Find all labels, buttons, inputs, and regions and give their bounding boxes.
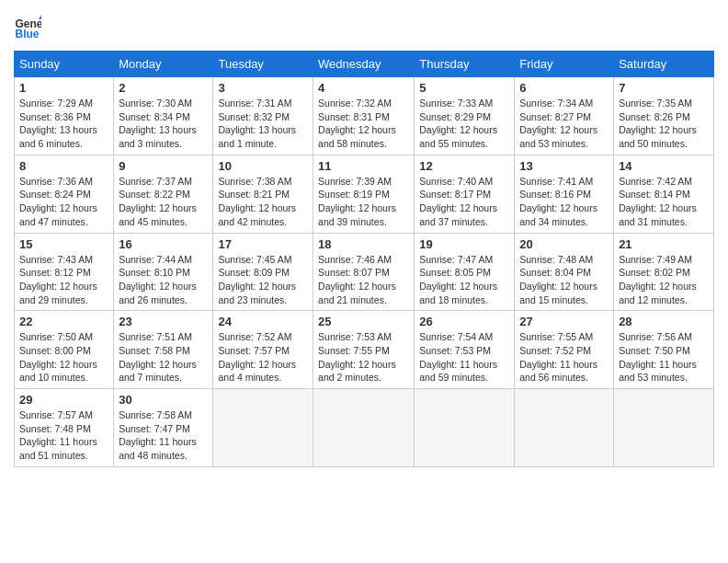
day-cell-11: 11Sunrise: 7:39 AMSunset: 8:19 PMDayligh… xyxy=(313,155,415,233)
calendar-header-row: Sunday Monday Tuesday Wednesday Thursday… xyxy=(15,52,714,77)
day-number: 14 xyxy=(619,159,709,173)
day-info: Sunrise: 7:37 AMSunset: 8:22 PMDaylight:… xyxy=(119,175,208,229)
day-number: 7 xyxy=(619,81,709,95)
day-cell-5: 5Sunrise: 7:33 AMSunset: 8:29 PMDaylight… xyxy=(415,77,515,155)
day-info: Sunrise: 7:41 AMSunset: 8:16 PMDaylight:… xyxy=(519,175,609,229)
day-info: Sunrise: 7:43 AMSunset: 8:12 PMDaylight:… xyxy=(19,253,108,307)
day-number: 1 xyxy=(19,81,108,95)
day-info: Sunrise: 7:36 AMSunset: 8:24 PMDaylight:… xyxy=(19,175,108,229)
col-friday: Friday xyxy=(515,52,614,77)
day-cell-14: 14Sunrise: 7:42 AMSunset: 8:14 PMDayligh… xyxy=(614,155,714,233)
day-info: Sunrise: 7:45 AMSunset: 8:09 PMDaylight:… xyxy=(218,253,308,307)
col-thursday: Thursday xyxy=(415,52,515,77)
day-cell-7: 7Sunrise: 7:35 AMSunset: 8:26 PMDaylight… xyxy=(614,77,714,155)
day-info: Sunrise: 7:56 AMSunset: 7:50 PMDaylight:… xyxy=(619,330,709,385)
calendar-week-4: 22Sunrise: 7:50 AMSunset: 8:00 PMDayligh… xyxy=(15,311,714,389)
day-number: 25 xyxy=(318,315,409,328)
calendar-week-3: 15Sunrise: 7:43 AMSunset: 8:12 PMDayligh… xyxy=(15,233,714,311)
day-info: Sunrise: 7:30 AMSunset: 8:34 PMDaylight:… xyxy=(119,97,208,151)
day-cell-30: 30Sunrise: 7:58 AMSunset: 7:47 PMDayligh… xyxy=(114,389,213,467)
day-info: Sunrise: 7:31 AMSunset: 8:32 PMDaylight:… xyxy=(218,97,308,151)
day-cell-1: 1Sunrise: 7:29 AMSunset: 8:36 PMDaylight… xyxy=(15,77,114,155)
calendar: Sunday Monday Tuesday Wednesday Thursday… xyxy=(14,51,714,467)
day-number: 11 xyxy=(318,159,409,173)
day-info: Sunrise: 7:40 AMSunset: 8:17 PMDaylight:… xyxy=(419,175,509,229)
day-info: Sunrise: 7:57 AMSunset: 7:48 PMDaylight:… xyxy=(19,408,108,463)
day-number: 18 xyxy=(318,237,409,251)
empty-cell xyxy=(415,389,515,467)
day-number: 13 xyxy=(519,159,609,173)
logo-icon: General Blue xyxy=(14,14,41,41)
day-info: Sunrise: 7:47 AMSunset: 8:05 PMDaylight:… xyxy=(419,253,509,307)
day-number: 24 xyxy=(218,315,308,328)
day-cell-17: 17Sunrise: 7:45 AMSunset: 8:09 PMDayligh… xyxy=(213,233,313,311)
day-cell-19: 19Sunrise: 7:47 AMSunset: 8:05 PMDayligh… xyxy=(415,233,515,311)
day-cell-20: 20Sunrise: 7:48 AMSunset: 8:04 PMDayligh… xyxy=(515,233,614,311)
day-cell-18: 18Sunrise: 7:46 AMSunset: 8:07 PMDayligh… xyxy=(313,233,415,311)
logo: General Blue xyxy=(14,14,45,41)
page: General Blue Sunday Monday Tuesday Wedne… xyxy=(0,0,728,563)
day-info: Sunrise: 7:46 AMSunset: 8:07 PMDaylight:… xyxy=(318,253,409,307)
day-number: 17 xyxy=(218,237,308,251)
calendar-week-5: 29Sunrise: 7:57 AMSunset: 7:48 PMDayligh… xyxy=(15,389,714,467)
day-info: Sunrise: 7:51 AMSunset: 7:58 PMDaylight:… xyxy=(119,330,208,385)
day-info: Sunrise: 7:42 AMSunset: 8:14 PMDaylight:… xyxy=(619,175,709,229)
day-number: 12 xyxy=(419,159,509,173)
day-info: Sunrise: 7:33 AMSunset: 8:29 PMDaylight:… xyxy=(419,97,509,151)
empty-cell xyxy=(515,389,614,467)
day-info: Sunrise: 7:44 AMSunset: 8:10 PMDaylight:… xyxy=(119,253,208,307)
day-number: 5 xyxy=(419,81,509,95)
day-cell-16: 16Sunrise: 7:44 AMSunset: 8:10 PMDayligh… xyxy=(114,233,213,311)
empty-cell xyxy=(213,389,313,467)
day-info: Sunrise: 7:32 AMSunset: 8:31 PMDaylight:… xyxy=(318,97,409,151)
day-number: 28 xyxy=(619,315,709,328)
day-number: 8 xyxy=(19,159,108,173)
day-number: 9 xyxy=(119,159,208,173)
day-cell-10: 10Sunrise: 7:38 AMSunset: 8:21 PMDayligh… xyxy=(213,155,313,233)
day-info: Sunrise: 7:29 AMSunset: 8:36 PMDaylight:… xyxy=(19,97,108,151)
day-number: 29 xyxy=(19,393,108,407)
day-info: Sunrise: 7:39 AMSunset: 8:19 PMDaylight:… xyxy=(318,175,409,229)
day-cell-26: 26Sunrise: 7:54 AMSunset: 7:53 PMDayligh… xyxy=(415,311,515,389)
day-cell-6: 6Sunrise: 7:34 AMSunset: 8:27 PMDaylight… xyxy=(515,77,614,155)
calendar-week-2: 8Sunrise: 7:36 AMSunset: 8:24 PMDaylight… xyxy=(15,155,714,233)
day-number: 10 xyxy=(218,159,308,173)
day-number: 16 xyxy=(119,237,208,251)
day-number: 3 xyxy=(218,81,308,95)
col-monday: Monday xyxy=(114,52,213,77)
day-number: 21 xyxy=(619,237,709,251)
col-saturday: Saturday xyxy=(614,52,714,77)
day-cell-4: 4Sunrise: 7:32 AMSunset: 8:31 PMDaylight… xyxy=(313,77,415,155)
day-cell-15: 15Sunrise: 7:43 AMSunset: 8:12 PMDayligh… xyxy=(15,233,114,311)
day-cell-24: 24Sunrise: 7:52 AMSunset: 7:57 PMDayligh… xyxy=(213,311,313,389)
day-number: 15 xyxy=(19,237,108,251)
day-number: 20 xyxy=(519,237,609,251)
col-sunday: Sunday xyxy=(15,52,114,77)
day-cell-29: 29Sunrise: 7:57 AMSunset: 7:48 PMDayligh… xyxy=(15,389,114,467)
svg-text:Blue: Blue xyxy=(16,28,40,40)
day-cell-21: 21Sunrise: 7:49 AMSunset: 8:02 PMDayligh… xyxy=(614,233,714,311)
day-number: 23 xyxy=(119,315,208,328)
calendar-week-1: 1Sunrise: 7:29 AMSunset: 8:36 PMDaylight… xyxy=(15,77,714,155)
day-cell-8: 8Sunrise: 7:36 AMSunset: 8:24 PMDaylight… xyxy=(15,155,114,233)
day-number: 22 xyxy=(19,315,108,328)
day-number: 6 xyxy=(519,81,609,95)
col-wednesday: Wednesday xyxy=(313,52,415,77)
day-cell-13: 13Sunrise: 7:41 AMSunset: 8:16 PMDayligh… xyxy=(515,155,614,233)
day-number: 30 xyxy=(119,393,208,407)
day-info: Sunrise: 7:55 AMSunset: 7:52 PMDaylight:… xyxy=(519,330,609,385)
day-cell-12: 12Sunrise: 7:40 AMSunset: 8:17 PMDayligh… xyxy=(415,155,515,233)
day-cell-23: 23Sunrise: 7:51 AMSunset: 7:58 PMDayligh… xyxy=(114,311,213,389)
day-info: Sunrise: 7:34 AMSunset: 8:27 PMDaylight:… xyxy=(519,97,609,151)
header: General Blue xyxy=(14,14,714,41)
day-info: Sunrise: 7:38 AMSunset: 8:21 PMDaylight:… xyxy=(218,175,308,229)
empty-cell xyxy=(313,389,415,467)
day-info: Sunrise: 7:35 AMSunset: 8:26 PMDaylight:… xyxy=(619,97,709,151)
day-info: Sunrise: 7:48 AMSunset: 8:04 PMDaylight:… xyxy=(519,253,609,307)
day-cell-9: 9Sunrise: 7:37 AMSunset: 8:22 PMDaylight… xyxy=(114,155,213,233)
day-info: Sunrise: 7:52 AMSunset: 7:57 PMDaylight:… xyxy=(218,330,308,385)
day-cell-27: 27Sunrise: 7:55 AMSunset: 7:52 PMDayligh… xyxy=(515,311,614,389)
day-cell-2: 2Sunrise: 7:30 AMSunset: 8:34 PMDaylight… xyxy=(114,77,213,155)
day-number: 27 xyxy=(519,315,609,328)
day-info: Sunrise: 7:49 AMSunset: 8:02 PMDaylight:… xyxy=(619,253,709,307)
